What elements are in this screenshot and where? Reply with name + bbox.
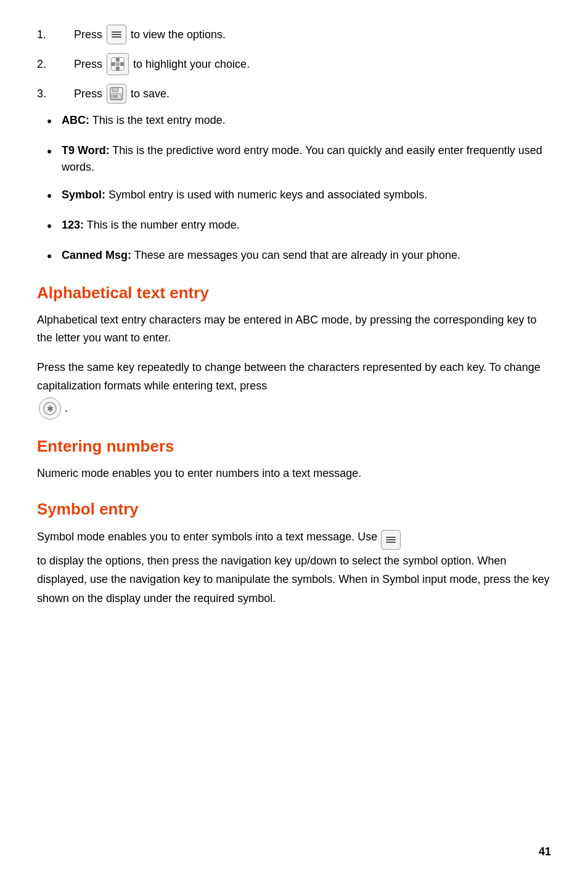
bullet-symbol-content: Symbol: Symbol entry is used with numeri… — [62, 187, 551, 203]
step-3-content: Press to save. — [74, 84, 169, 104]
svg-text:✱: ✱ — [47, 404, 54, 413]
step-2: 2. Press to highlight your choice. — [37, 53, 551, 75]
bullet-dot-3: • — [37, 185, 62, 206]
save-icon — [107, 84, 126, 104]
bullet-dot-2: • — [37, 141, 62, 161]
step-2-prefix: Press — [74, 58, 102, 71]
step-1-suffix: to view the options. — [131, 28, 226, 41]
bullet-symbol: • Symbol: Symbol entry is used with nume… — [37, 187, 551, 206]
bullet-t9-label: T9 Word: — [62, 144, 110, 157]
step-1-number: 1. — [37, 28, 74, 41]
step-2-number: 2. — [37, 58, 74, 71]
symbol-para1: Symbol mode enables you to enter symbols… — [37, 527, 551, 608]
bullet-dot-4: • — [37, 216, 62, 236]
nav-key-icon — [107, 53, 129, 75]
svg-rect-9 — [113, 95, 118, 98]
alphabetical-para2-suffix: . — [65, 399, 68, 418]
bullet-t9-text: This is the predictive word entry mode. … — [62, 144, 542, 173]
alphabetical-para2: Press the same key repeatedly to change … — [37, 358, 551, 420]
bullet-canned-content: Canned Msg: These are messages you can s… — [62, 247, 551, 264]
svg-rect-7 — [112, 87, 118, 92]
alphabetical-heading: Alphabetical text entry — [37, 283, 551, 303]
bullet-abc: • ABC: This is the text entry mode. — [37, 112, 551, 131]
numbers-para1: Numeric mode enables you to enter number… — [37, 465, 551, 482]
svg-rect-0 — [116, 58, 120, 62]
svg-rect-4 — [116, 62, 120, 66]
step-1-prefix: Press — [74, 28, 102, 41]
bullet-canned: • Canned Msg: These are messages you can… — [37, 247, 551, 266]
step-2-content: Press to highlight your choice. — [74, 53, 250, 75]
page-number: 41 — [539, 845, 551, 858]
step-1-content: Press to view the options. — [74, 25, 226, 44]
step-1: 1. Press to view the options. — [37, 25, 551, 44]
svg-rect-3 — [120, 62, 124, 66]
bullet-dot-5: • — [37, 246, 62, 266]
numbered-steps-list: 1. Press to view the options. 2. Press — [37, 25, 551, 104]
bullet-t9-content: T9 Word: This is the predictive word ent… — [62, 142, 551, 176]
bullet-abc-content: ABC: This is the text entry mode. — [62, 112, 551, 129]
bullet-symbol-label: Symbol: — [62, 189, 105, 201]
bullet-list: • ABC: This is the text entry mode. • T9… — [37, 112, 551, 266]
step-3-suffix: to save. — [131, 87, 169, 100]
symbol-para1-prefix: Symbol mode enables you to enter symbols… — [37, 527, 377, 547]
bullet-123-label: 123: — [62, 219, 84, 231]
bullet-123: • 123: This is the number entry mode. — [37, 217, 551, 236]
step-3-prefix: Press — [74, 87, 102, 100]
bullet-canned-text: These are messages you can send that are… — [134, 249, 460, 261]
asterisk-key-icon: ✱ — [39, 397, 61, 420]
symbol-menu-icon — [381, 530, 401, 550]
numbers-heading: Entering numbers — [37, 437, 551, 456]
symbol-para1-rest: to display the options, then press the n… — [37, 551, 551, 608]
bullet-t9: • T9 Word: This is the predictive word e… — [37, 142, 551, 176]
bullet-symbol-text: Symbol entry is used with numeric keys a… — [108, 189, 427, 201]
alphabetical-para1: Alphabetical text entry characters may b… — [37, 311, 551, 347]
svg-rect-2 — [112, 62, 115, 66]
bullet-123-content: 123: This is the number entry mode. — [62, 217, 551, 234]
options-icon — [107, 25, 126, 44]
bullet-dot-1: • — [37, 111, 62, 131]
bullet-abc-label: ABC: — [62, 114, 89, 126]
alphabetical-para2-text: Press the same key repeatedly to change … — [37, 358, 551, 396]
svg-rect-1 — [116, 67, 120, 70]
step-3-number: 3. — [37, 87, 74, 100]
step-3: 3. Press to save. — [37, 84, 551, 104]
bullet-123-text: This is the number entry mode. — [87, 219, 240, 231]
bullet-abc-text: This is the text entry mode. — [92, 114, 226, 126]
bullet-canned-label: Canned Msg: — [62, 249, 131, 261]
step-2-suffix: to highlight your choice. — [133, 58, 250, 71]
symbol-heading: Symbol entry — [37, 500, 551, 519]
